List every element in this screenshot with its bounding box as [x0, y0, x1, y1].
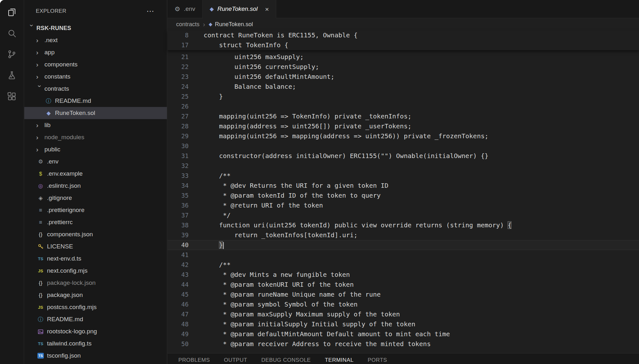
tree-item-label: constants — [44, 73, 70, 80]
tree-item-label: .eslintrc.json — [47, 182, 81, 189]
tree-file--prettierignore[interactable]: ≡.prettierignore — [24, 204, 167, 216]
code-line[interactable]: 44 * @param tokenURI URI of the token — [168, 280, 639, 290]
code-line[interactable]: 21 uint256 maxSupply; — [168, 52, 639, 62]
files-icon[interactable] — [6, 6, 18, 18]
tree-file-license[interactable]: LICENSE — [24, 240, 167, 253]
panel-tab-output[interactable]: OUTPUT — [224, 357, 247, 364]
tree-file-package-json[interactable]: {}package.json — [24, 289, 167, 301]
code-line[interactable]: 8contract RuneToken is ERC1155, Ownable … — [168, 30, 639, 40]
tab-env[interactable]: ⚙ .env — [168, 0, 203, 18]
breadcrumb-item-contracts[interactable]: contracts — [176, 21, 199, 28]
code-line[interactable]: 29 mapping(uint256 => mapping(address =>… — [168, 131, 639, 141]
tree-folder-constants[interactable]: ›constants — [24, 71, 167, 83]
tree-folder-rsk-runes[interactable]: ›RSK-RUNES — [24, 22, 167, 34]
code-text — [189, 250, 204, 260]
code-line[interactable]: 50 * @param receiver Address to receive … — [168, 339, 639, 349]
ellipsis-icon[interactable]: ⋯ — [146, 10, 154, 13]
code-line[interactable]: 28 mapping(address => uint256[]) private… — [168, 121, 639, 131]
breadcrumb: contracts › ◆ RuneToken.sol — [168, 18, 639, 30]
close-icon[interactable]: × — [265, 6, 269, 12]
code-line[interactable]: 48 * @param initialSupply Initial supply… — [168, 319, 639, 329]
line-number: 8 — [168, 30, 189, 40]
chevron-right-icon: › — [36, 121, 44, 129]
tree-file-rootstock-logo-png[interactable]: rootstock-logo.png — [24, 325, 167, 337]
line-number: 50 — [168, 339, 189, 349]
panel-tab-debug-console[interactable]: DEBUG CONSOLE — [261, 357, 311, 364]
code-line[interactable]: 30 — [168, 141, 639, 151]
tree-item-label: .gitignore — [47, 194, 72, 201]
code-line[interactable]: 49 * @param defaultMintAmount Default am… — [168, 329, 639, 339]
code-line[interactable]: 42 /** — [168, 260, 639, 270]
chevron-down-icon: › — [28, 24, 36, 33]
code-line[interactable]: 40 } — [168, 240, 639, 250]
tree-folder-node-modules[interactable]: ›node_modules — [24, 131, 167, 143]
testing-flask-icon[interactable] — [6, 70, 18, 81]
tree-folder-components[interactable]: ›components — [24, 58, 167, 71]
tree-folder-public[interactable]: ›public — [24, 143, 167, 155]
tab-runetoken-sol[interactable]: ◆ RuneToken.sol × — [203, 0, 276, 18]
code-line[interactable]: 39 return _tokenInfos[tokenId].uri; — [168, 230, 639, 240]
tree-file--prettierrc[interactable]: ≡.prettierrc — [24, 216, 167, 228]
code-text: mapping(uint256 => TokenInfo) private _t… — [189, 111, 411, 121]
line-number: 45 — [168, 290, 189, 300]
code-text: uint256 currentSupply; — [189, 62, 319, 72]
panel-tab-ports[interactable]: PORTS — [368, 357, 387, 364]
info-icon: ⓘ — [36, 316, 45, 322]
code-line[interactable]: 35 * @param tokenId ID of the token to q… — [168, 191, 639, 201]
code-line[interactable]: 36 * @return URI of the token — [168, 201, 639, 210]
code-line[interactable]: 41 — [168, 250, 639, 260]
code-line[interactable]: 33 /** — [168, 171, 639, 181]
chevron-right-icon: › — [36, 133, 44, 141]
tree-file--eslintrc-json[interactable]: ◎.eslintrc.json — [24, 180, 167, 192]
tree-file-runetoken-sol[interactable]: ◆RuneToken.sol — [24, 107, 167, 119]
source-control-icon[interactable] — [6, 49, 18, 60]
code-text: * @dev Mints a new fungible token — [189, 270, 350, 280]
tree-item-label: package-lock.json — [47, 279, 96, 286]
tree-file-tsconfig-json[interactable]: TStsconfig.json — [24, 350, 167, 362]
code-line[interactable]: 45 * @param runeName Unique name of the … — [168, 290, 639, 300]
tree-file-next-config-mjs[interactable]: JSnext.config.mjs — [24, 265, 167, 277]
code-line[interactable]: 27 mapping(uint256 => TokenInfo) private… — [168, 111, 639, 121]
code-line[interactable]: 17 struct TokenInfo { — [168, 40, 639, 50]
code-text: * @param receiver Address to receive the… — [189, 339, 431, 349]
tree-file--env-example[interactable]: $.env.example — [24, 168, 167, 180]
code-line[interactable]: 47 * @param maxSupply Maximum supply of … — [168, 309, 639, 319]
code-line[interactable]: 23 uint256 defaultMintAmount; — [168, 72, 639, 82]
code-line[interactable]: 43 * @dev Mints a new fungible token — [168, 270, 639, 280]
panel-tab-terminal[interactable]: TERMINAL — [325, 357, 354, 364]
tree-file-package-lock-json[interactable]: {}package-lock.json — [24, 277, 167, 289]
tree-file-readme-md[interactable]: ⓘREADME.md — [24, 95, 167, 107]
code-line[interactable]: 46 * @param symbol Symbol of the token — [168, 300, 639, 309]
code-line[interactable]: 22 uint256 currentSupply; — [168, 62, 639, 72]
tree-folder-contracts[interactable]: ›contracts — [24, 83, 167, 95]
panel-tab-problems[interactable]: PROBLEMS — [178, 357, 210, 364]
breadcrumb-item-runetoken-sol[interactable]: ◆ RuneToken.sol — [209, 21, 253, 28]
tree-file--env[interactable]: ⚙.env — [24, 155, 167, 168]
line-number: 46 — [168, 300, 189, 309]
tab-label: .env — [184, 5, 195, 12]
tree-file-components-json[interactable]: {}components.json — [24, 228, 167, 240]
code-editor[interactable]: 21 uint256 maxSupply;22 uint256 currentS… — [168, 50, 639, 353]
code-line[interactable]: 25 } — [168, 92, 639, 102]
tree-folder-app[interactable]: ›app — [24, 46, 167, 58]
code-line[interactable]: 24 Balance balance; — [168, 82, 639, 92]
tree-folder-lib[interactable]: ›lib — [24, 119, 167, 131]
tree-file-next-env-d-ts[interactable]: TSnext-env.d.ts — [24, 253, 167, 265]
code-line[interactable]: 31 constructor(address initialOwner) ERC… — [168, 151, 639, 161]
tree-item-label: RSK-RUNES — [36, 25, 71, 32]
tree-file-tailwind-config-ts[interactable]: TStailwind.config.ts — [24, 337, 167, 350]
tree-folder--next[interactable]: ›.next — [24, 34, 167, 46]
code-line[interactable]: 26 — [168, 102, 639, 111]
extensions-icon[interactable] — [6, 91, 18, 102]
tree-file--gitignore[interactable]: ◈.gitignore — [24, 192, 167, 204]
tree-file-readme-md[interactable]: ⓘREADME.md — [24, 313, 167, 325]
code-line[interactable]: 32 — [168, 161, 639, 171]
tree-file-postcss-config-mjs[interactable]: JSpostcss.config.mjs — [24, 301, 167, 313]
code-line[interactable]: 38 function uri(uint256 tokenId) public … — [168, 220, 639, 230]
code-text: /** — [189, 260, 230, 270]
code-line[interactable]: 37 */ — [168, 210, 639, 220]
search-icon[interactable] — [6, 27, 18, 39]
line-number: 44 — [168, 280, 189, 290]
code-line[interactable]: 34 * @dev Returns the URI for a given to… — [168, 181, 639, 191]
tree-item-label: app — [44, 49, 55, 56]
